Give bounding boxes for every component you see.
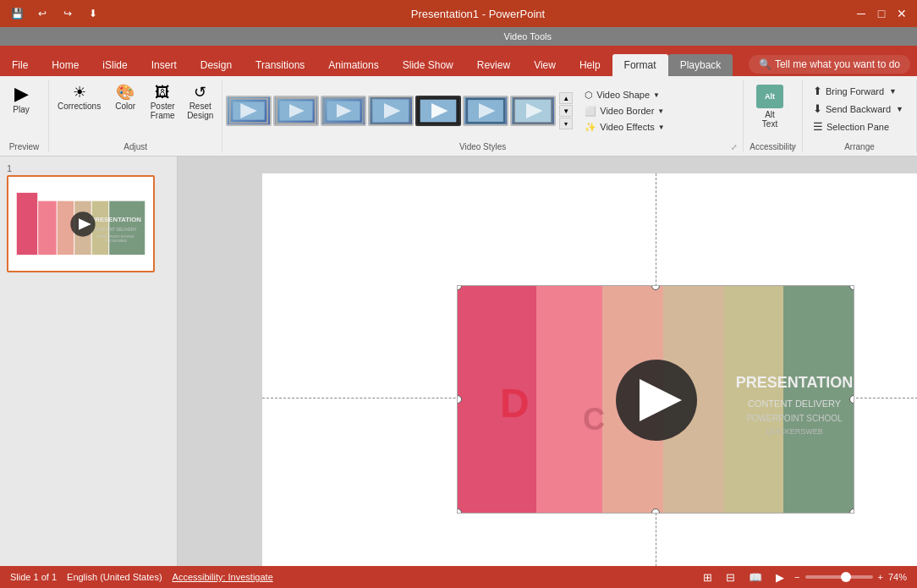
video-styles-label: Video Styles ⤢ — [226, 140, 739, 152]
tab-slideshow[interactable]: Slide Show — [391, 54, 465, 76]
maximize-button[interactable]: □ — [873, 5, 890, 22]
redo-button[interactable]: ↪ — [58, 3, 78, 24]
bring-forward-button[interactable]: ⬆ Bring Forward ▼ — [806, 83, 910, 99]
tab-format[interactable]: Format — [612, 54, 668, 76]
accessibility-expand[interactable]: ⤢ — [790, 143, 797, 151]
tab-transitions[interactable]: Transitions — [244, 54, 316, 76]
tab-islide[interactable]: iSlide — [91, 54, 139, 76]
poster-frame-button[interactable]: 🖼 PosterFrame — [145, 81, 180, 124]
accessibility-status[interactable]: Accessibility: Investigate — [173, 572, 273, 582]
video-style-1[interactable] — [226, 96, 272, 126]
video-element[interactable]: D C PRESENTATION CONTENT DELIVERY POWERP… — [457, 285, 854, 514]
video-style-5[interactable] — [415, 96, 461, 126]
video-tools-banner: Video Tools — [0, 27, 917, 46]
gallery-more-button[interactable]: ▾ — [559, 118, 573, 129]
slide-1-container[interactable]: 1 PRESENTATION CONTENT DELIVERY POW — [7, 163, 170, 272]
svg-text:POWERPOINT SCHOOL: POWERPOINT SCHOOL — [97, 234, 135, 239]
save-button[interactable]: 💾 — [7, 3, 27, 24]
search-icon: 🔍 — [759, 58, 771, 70]
zoom-level[interactable]: 74% — [888, 572, 907, 582]
video-effects-arrow: ▼ — [658, 124, 665, 131]
gallery-down-button[interactable]: ▼ — [559, 105, 573, 117]
slide-canvas: D C PRESENTATION CONTENT DELIVERY POWERP… — [262, 173, 917, 566]
svg-rect-15 — [17, 193, 37, 255]
zoom-out-button[interactable]: − — [794, 572, 799, 582]
svg-text:CONTENT DELIVERY: CONTENT DELIVERY — [748, 398, 842, 409]
tab-design[interactable]: Design — [189, 54, 244, 76]
selection-pane-button[interactable]: ☰ Selection Pane — [806, 118, 910, 135]
send-backward-button[interactable]: ⬇ Send Backward ▼ — [806, 101, 910, 117]
adjust-group-content: ☀ Corrections 🎨 Color 🖼 PosterFrame ↺ Re… — [52, 81, 218, 140]
close-button[interactable]: ✕ — [893, 5, 910, 22]
undo-button[interactable]: ↩ — [32, 3, 52, 24]
tab-insert[interactable]: Insert — [140, 54, 189, 76]
tab-file[interactable]: File — [0, 54, 40, 76]
title-bar: 💾 ↩ ↪ ⬇ Presentation1 - PowerPoint ─ □ ✕ — [0, 0, 917, 27]
tab-view[interactable]: View — [522, 54, 568, 76]
adjust-group: ☀ Corrections 🎨 Color 🖼 PosterFrame ↺ Re… — [49, 80, 222, 152]
video-effects-icon: ✨ — [585, 122, 596, 133]
video-effects-button[interactable]: ✨ Video Effects ▼ — [579, 120, 669, 135]
accessibility-label: Accessibility ⤢ — [747, 140, 799, 152]
view-normal-button[interactable]: ⊞ — [700, 569, 716, 585]
tab-review[interactable]: Review — [465, 54, 522, 76]
view-reading-button[interactable]: 📖 — [745, 569, 766, 585]
gallery-up-button[interactable]: ▲ — [559, 92, 573, 104]
tell-me-input[interactable]: 🔍 Tell me what you want to do — [749, 55, 910, 74]
canvas-area[interactable]: D C PRESENTATION CONTENT DELIVERY POWERP… — [178, 157, 917, 566]
customize-button[interactable]: ⬇ — [83, 3, 103, 24]
video-style-3[interactable] — [321, 96, 366, 126]
svg-rect-29 — [536, 286, 602, 514]
send-backward-icon: ⬇ — [813, 102, 822, 115]
tab-home[interactable]: Home — [40, 54, 91, 76]
adjust-group-label: Adjust — [52, 140, 218, 152]
svg-text:D: D — [500, 381, 530, 426]
video-style-6[interactable] — [463, 96, 508, 126]
style-1-icon — [228, 97, 270, 124]
status-bar-left: Slide 1 of 1 English (United States) Acc… — [10, 572, 273, 582]
bring-forward-arrow: ▼ — [889, 87, 897, 96]
video-style-2[interactable] — [273, 96, 319, 126]
play-button[interactable]: ▶ Play — [3, 81, 39, 118]
handle-bottom-center[interactable] — [651, 508, 660, 514]
svg-text:POWERPOINT SCHOOL: POWERPOINT SCHOOL — [746, 414, 843, 423]
preview-group-content: ▶ Play — [3, 81, 45, 140]
slide-1-thumbnail[interactable]: PRESENTATION CONTENT DELIVERY POWERPOINT… — [7, 175, 155, 272]
handle-bottom-right[interactable] — [849, 508, 854, 514]
corrections-button[interactable]: ☀ Corrections — [52, 81, 106, 114]
window-controls: ─ □ ✕ — [853, 5, 910, 22]
gallery-scroll: ▲ ▼ ▾ — [559, 92, 573, 129]
reset-design-button[interactable]: ↺ ResetDesign — [182, 81, 218, 124]
reset-design-icon: ↺ — [194, 85, 206, 100]
zoom-slider[interactable] — [805, 575, 873, 579]
video-shape-button[interactable]: ⬡ Video Shape ▼ — [579, 88, 669, 102]
video-style-7[interactable] — [510, 96, 556, 126]
alt-text-button[interactable]: Alt AltText — [747, 81, 793, 132]
tab-animations[interactable]: Animations — [316, 54, 390, 76]
view-slide-sorter-button[interactable]: ⊟ — [722, 569, 739, 585]
svg-text:CONTENT DELIVERY: CONTENT DELIVERY — [96, 228, 138, 232]
window-title: Presentation1 - PowerPoint — [103, 8, 853, 20]
video-border-button[interactable]: ⬜ Video Border ▼ — [579, 104, 669, 118]
video-styles-expand[interactable]: ⤢ — [731, 143, 738, 151]
svg-text:PRESENTATION: PRESENTATION — [736, 374, 853, 391]
video-border-icon: ⬜ — [585, 106, 596, 117]
tab-playback[interactable]: Playback — [668, 54, 733, 76]
tab-help[interactable]: Help — [568, 54, 612, 76]
arrange-buttons: ⬆ Bring Forward ▼ ⬇ Send Backward ▼ ☰ Se… — [806, 81, 910, 136]
svg-text:QUICKERSWEB: QUICKERSWEB — [105, 239, 127, 243]
video-styles-content: ▲ ▼ ▾ ⬡ Video Shape ▼ ⬜ Video Border ▼ — [226, 81, 739, 140]
alt-text-icon: Alt — [756, 85, 783, 108]
arrange-label: Arrange — [806, 140, 913, 152]
handle-middle-right[interactable] — [849, 395, 854, 404]
video-style-4[interactable] — [368, 96, 414, 126]
arrange-group: ⬆ Bring Forward ▼ ⬇ Send Backward ▼ ☰ Se… — [803, 80, 917, 152]
view-slideshow-button[interactable]: ▶ — [772, 569, 788, 585]
zoom-bar: − + 74% — [794, 572, 907, 582]
color-button[interactable]: 🎨 Color — [107, 81, 143, 114]
minimize-button[interactable]: ─ — [853, 5, 870, 22]
video-options-group: ⬡ Video Shape ▼ ⬜ Video Border ▼ ✨ Video… — [579, 88, 669, 135]
zoom-in-button[interactable]: + — [878, 572, 883, 582]
main-area: 1 PRESENTATION CONTENT DELIVERY POW — [0, 157, 917, 566]
video-border-arrow: ▼ — [657, 107, 664, 115]
